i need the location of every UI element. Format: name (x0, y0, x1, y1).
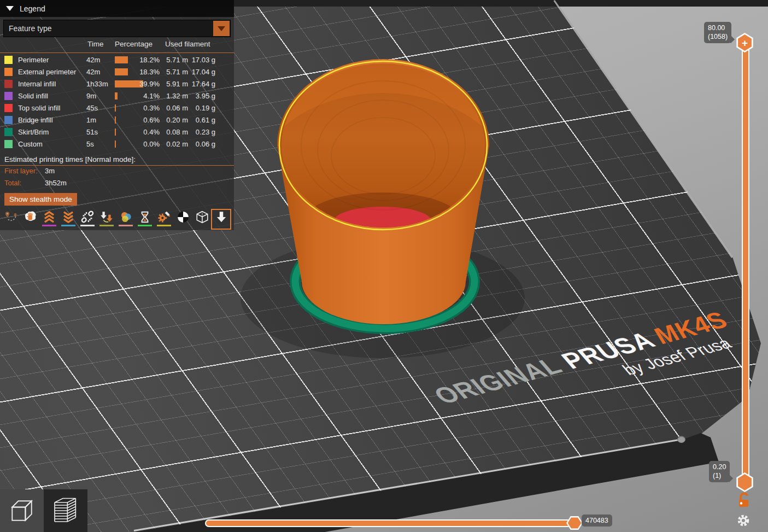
feature-label: Skirt/Brim (18, 128, 49, 136)
layers-icon (49, 494, 82, 527)
top-layer-height: 80.00 (708, 24, 728, 32)
seams-icon[interactable] (78, 209, 97, 229)
feature-percent-bar (115, 141, 116, 148)
view-mode-buttons (0, 489, 87, 532)
feature-weight: 17.04 g (189, 68, 215, 76)
legend-row: External perimeter 42m 18.3% 5.71 m 17.0… (0, 66, 234, 78)
feature-color-swatch (4, 56, 13, 64)
feature-label: Solid infill (18, 92, 48, 100)
slider-settings-gear-icon[interactable] (739, 516, 748, 525)
legend-header[interactable]: Legend (0, 0, 234, 17)
legend-panel: Legend Feature type Time Percentage Used… (0, 0, 234, 230)
shells-icon[interactable] (192, 209, 212, 229)
slider-corner-icons (735, 490, 752, 529)
show-stealth-mode-button[interactable]: Show stealth mode (4, 193, 77, 206)
view-type-value: Feature type (4, 24, 213, 33)
preview-view-button[interactable] (44, 489, 87, 532)
feature-time: 51s (86, 128, 98, 136)
bed-branding: ORIGINALPRUSAMK4S by Josef Prusa (427, 294, 768, 426)
layer-slider-bottom-handle[interactable] (736, 472, 754, 492)
feature-length: 0.02 m (161, 140, 188, 148)
layer-slider-top-handle[interactable]: + (736, 33, 754, 52)
feature-weight: 0.19 g (189, 104, 215, 112)
feature-weight: 0.23 g (189, 128, 215, 136)
layer-slider-track[interactable] (742, 40, 749, 487)
moves-slider-value: 470483 (585, 516, 608, 525)
legend-row: Top solid infill 45s 0.3% 0.06 m 0.19 g (0, 102, 234, 114)
feature-label: Perimeter (18, 56, 49, 64)
dropdown-arrow-icon (218, 26, 225, 31)
pause-prints-icon[interactable] (135, 209, 154, 229)
feature-percent: 4.1% (130, 92, 160, 100)
feature-label: Custom (18, 140, 43, 148)
feature-weight: 0.61 g (189, 116, 215, 124)
legend-row: Internal infill 1h33m 39.9% 5.91 m 17.64… (0, 78, 234, 90)
feature-percent: 18.2% (130, 56, 160, 64)
deretractions-icon[interactable] (58, 209, 78, 229)
feature-percent: 0.0% (130, 140, 160, 148)
travels-icon[interactable] (1, 209, 20, 229)
feature-length: 5.91 m (161, 80, 188, 88)
feature-time: 42m (86, 68, 100, 76)
feature-length: 1.32 m (161, 92, 188, 100)
total-label: Total: (4, 179, 21, 187)
moves-slider-handle[interactable] (566, 516, 583, 530)
feature-weight: 0.06 g (189, 140, 215, 148)
feature-percent: 0.6% (130, 116, 160, 124)
feature-percent: 18.3% (130, 68, 160, 76)
feature-percent-bar (115, 104, 116, 112)
feature-color-swatch (4, 116, 13, 124)
cube-icon (6, 495, 38, 527)
feature-label: Top solid infill (18, 104, 60, 112)
feature-length: 5.71 m (161, 68, 188, 76)
feature-percent-bar (115, 68, 128, 75)
feature-percent-bar (115, 116, 116, 124)
feature-percent: 39.9% (130, 80, 160, 88)
legend-row: Solid infill 9m 4.1% 1.32 m 3.95 g (0, 90, 234, 102)
color-changes-icon[interactable] (116, 209, 135, 229)
feature-color-swatch (4, 128, 13, 136)
feature-length: 0.20 m (161, 116, 188, 124)
tool-changes-icon[interactable] (97, 209, 116, 229)
center-of-mass-icon[interactable] (173, 209, 192, 229)
feature-label: External perimeter (18, 68, 76, 76)
custom-gcodes-icon[interactable] (154, 209, 173, 229)
feature-percent-bar (115, 56, 128, 63)
bed-screw-hole (677, 436, 685, 443)
col-used-filament: Used filament (165, 40, 210, 48)
feature-weight: 17.03 g (189, 56, 215, 64)
moves-slider-tooltip: 470483 (582, 515, 612, 527)
feature-time: 45s (86, 104, 98, 112)
wipe-icon[interactable] (20, 209, 39, 229)
moves-slider-track[interactable] (205, 519, 571, 527)
feature-color-swatch (4, 104, 13, 112)
lock-open-icon[interactable] (739, 494, 748, 507)
first-layer-row: First layer: 3m (0, 167, 234, 179)
feature-percent-bar (115, 92, 118, 100)
col-time: Time (87, 40, 104, 48)
legend-toggle-icon[interactable] (212, 209, 231, 229)
col-percentage: Percentage (115, 40, 153, 48)
legend-row: Custom 5s 0.0% 0.02 m 0.06 g (0, 138, 234, 150)
feature-label: Internal infill (18, 80, 56, 88)
feature-length: 5.71 m (161, 56, 188, 64)
feature-color-swatch (4, 140, 13, 148)
view-type-select[interactable]: Feature type (3, 20, 231, 37)
estimated-times-title: Estimated printing times [Normal mode]: (4, 155, 230, 163)
feature-time: 1m (86, 116, 96, 124)
plus-icon: + (742, 38, 748, 48)
retractions-icon[interactable] (39, 209, 58, 229)
total-time-row: Total: 3h52m (0, 179, 234, 191)
feature-percent: 0.3% (130, 104, 160, 112)
legend-column-headers: Time Percentage Used filament (0, 40, 234, 51)
feature-length: 0.08 m (161, 128, 188, 136)
legend-row: Skirt/Brim 51s 0.4% 0.08 m 0.23 g (0, 126, 234, 138)
3d-editor-view-button[interactable] (0, 489, 44, 532)
feature-percent-bar (115, 128, 116, 136)
feature-time: 1h33m (86, 80, 108, 88)
dropdown-button[interactable] (213, 21, 230, 36)
feature-weight: 17.64 g (189, 80, 215, 88)
top-layer-number: (1058) (708, 32, 728, 41)
header-divider (0, 52, 234, 53)
legend-row: Bridge infill 1m 0.6% 0.20 m 0.61 g (0, 114, 234, 126)
